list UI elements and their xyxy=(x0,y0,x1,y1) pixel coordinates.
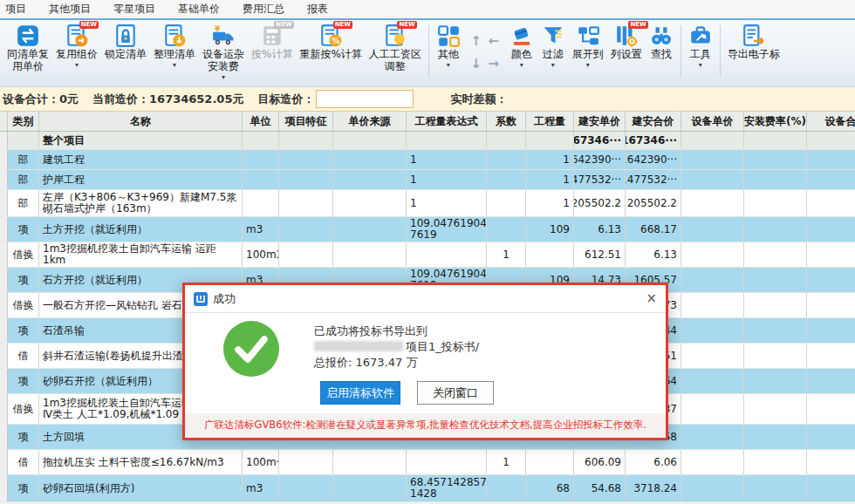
cell-name: 护岸工程 xyxy=(39,170,243,189)
menu-bar: 项目其他项目零星项目基础单价费用汇总报表 xyxy=(0,0,855,20)
table-row-6[interactable]: 借换1m3挖掘机挖装土自卸汽车运输 运距1km100m31612.516.13 xyxy=(0,242,855,268)
column-header-unit[interactable]: 单位 xyxy=(243,112,279,131)
dialog-message-block: 已成功将投标书导出到 项目1_投标书/ 总报价: 1673.47 万 xyxy=(314,324,666,371)
column-header-total_price[interactable]: 建安合价 xyxy=(626,112,681,131)
cell-expr xyxy=(407,242,487,267)
cell-install_rate xyxy=(744,318,807,343)
tool-same-list-reuse[interactable]: 同清单复 用单价 xyxy=(7,24,49,73)
cell-indicator xyxy=(0,425,8,449)
cell-unit: m3 xyxy=(243,217,279,242)
cell-expr: 109.04761904 7619 xyxy=(407,217,487,242)
cell-qty: 1 xyxy=(526,150,574,169)
dialog-titlebar: 成功 × xyxy=(185,285,666,313)
tool-export-ebid[interactable]: 导出电子标 xyxy=(728,24,780,61)
tool-recalc-percent[interactable]: %NEW重新按%计算 xyxy=(299,24,361,61)
tool-labor-wage-adjust[interactable]: NEW人工工资区 调整 xyxy=(369,24,421,73)
menu-item-1[interactable]: 项目 xyxy=(5,2,26,17)
cell-device_price xyxy=(681,475,744,501)
cell-indicator xyxy=(0,170,8,189)
column-header-name[interactable]: 名称 xyxy=(39,112,243,131)
cell-install_rate xyxy=(744,132,807,149)
cell-source xyxy=(333,217,407,242)
cell-category: 部 xyxy=(8,150,39,169)
column-header-install_rate[interactable]: 安装费率(%) xyxy=(744,112,807,131)
cell-unit: m3 xyxy=(243,475,279,501)
column-header-source[interactable]: 单价来源 xyxy=(333,112,407,131)
cell-category xyxy=(8,132,39,149)
cell-install_rate xyxy=(744,217,807,242)
tool-expand-to[interactable]: 展开到▾ xyxy=(572,24,604,69)
dialog-message-line1: 已成功将投标书导出到 xyxy=(314,324,666,339)
table-row-2[interactable]: 部建筑工程111642390···1642390··· xyxy=(0,150,855,170)
menu-item-4[interactable]: 基础单价 xyxy=(178,2,220,17)
menu-item-2[interactable]: 其他项目 xyxy=(49,2,91,17)
cell-device_total xyxy=(807,170,855,189)
column-header-device_total[interactable]: 设备合价 xyxy=(807,112,855,131)
table-row-15[interactable]: 项砂卵石回填(利用方)m368.457142857 14286854.68371… xyxy=(0,475,855,502)
tool-nav-arrows[interactable]: ↑←↓→ xyxy=(468,31,503,76)
column-header-coef[interactable]: 系数 xyxy=(487,112,526,131)
cell-device_price xyxy=(681,268,744,292)
nav-arrow-icon[interactable]: ← xyxy=(489,34,500,49)
table-row-1[interactable]: 整个项目167346···167346··· xyxy=(0,132,855,150)
tool-reuse-group-price[interactable]: NEW复用组价▾ xyxy=(56,24,98,69)
table-row-3[interactable]: 部护岸工程111477532···1477532··· xyxy=(0,170,855,190)
tool-other-grid[interactable]: 其他▾ xyxy=(436,24,461,69)
tool-percent-calc[interactable]: NEW按%计算 xyxy=(251,24,292,61)
tool-tidy-list[interactable]: 整理清单▾ xyxy=(154,24,195,69)
cell-unit_price: 606.09 xyxy=(574,450,626,474)
column-header-device_price[interactable]: 设备单价 xyxy=(681,112,744,131)
cell-device_total xyxy=(807,268,855,292)
menu-item-3[interactable]: 零星项目 xyxy=(113,2,155,17)
tool-equipment-fee[interactable]: ¥设备运杂 安装费▾ xyxy=(202,24,244,81)
cell-indicator xyxy=(0,190,8,216)
tool-filter-funnel[interactable]: 过滤▾ xyxy=(541,24,565,69)
cell-unit xyxy=(243,190,279,216)
cell-source xyxy=(333,150,407,169)
tool-column-settings[interactable]: NEW列设置 xyxy=(611,24,642,61)
cell-total_price: 6.13 xyxy=(626,242,681,267)
current-price-label: 当前造价： xyxy=(92,92,149,107)
column-header-indicator[interactable] xyxy=(0,112,8,131)
close-window-button[interactable]: 关闭窗口 xyxy=(417,381,494,405)
cell-category: 部 xyxy=(8,190,39,216)
tool-color-bucket[interactable]: 颜色▾ xyxy=(510,24,534,69)
cell-indicator xyxy=(0,293,8,317)
cell-device_total xyxy=(807,394,855,424)
tool-find-binoculars[interactable]: 查找 xyxy=(649,24,674,61)
cell-device_total xyxy=(807,344,855,368)
cell-category: 项 xyxy=(8,268,39,292)
target-price-input[interactable] xyxy=(316,90,414,108)
cell-name: 砂卵石回填(利用方) xyxy=(39,475,243,501)
cell-total_price: 1477532··· xyxy=(626,170,681,189)
table-row-4[interactable]: 部左岸（K3+806～K3+969）新建M7.5浆砌石墙式护岸（163m）112… xyxy=(0,190,855,217)
table-row-5[interactable]: 项土方开挖（就近利用）m3109.04761904 76191096.13668… xyxy=(0,217,855,242)
other-grid-icon xyxy=(436,24,461,48)
cell-category: 借换 xyxy=(8,242,39,267)
column-header-feature[interactable]: 项目特征 xyxy=(279,112,333,131)
cell-device_total xyxy=(807,293,855,317)
table-row-14[interactable]: 借拖拉机压实 土料干密度≤16.67kN/m3100m···1606.096.0… xyxy=(0,450,855,475)
total-bid-price: 总报价: 1673.47 万 xyxy=(314,355,666,371)
menu-item-5[interactable]: 费用汇总 xyxy=(243,2,284,17)
dialog-message-line2: 项目1_投标书/ xyxy=(314,339,666,355)
column-header-unit_price[interactable]: 建安单价 xyxy=(574,112,626,131)
column-header-expr[interactable]: 工程量表达式 xyxy=(407,112,487,131)
enable-qingbiao-button[interactable]: 启用清标软件 xyxy=(320,381,400,405)
cell-device_price xyxy=(681,344,744,368)
cell-install_rate xyxy=(744,394,807,424)
tidy-list-icon xyxy=(162,24,187,48)
menu-item-6[interactable]: 报表 xyxy=(307,2,328,17)
cell-unit_price: 1477532··· xyxy=(574,170,626,189)
nav-arrow-icon[interactable]: ↓ xyxy=(471,57,482,72)
tool-lock-list[interactable]: 锁定清单 xyxy=(105,24,147,61)
tool-tools[interactable]: 工具▾ xyxy=(688,24,713,69)
cell-category: 借 xyxy=(8,344,39,368)
cell-total_price: 1642390··· xyxy=(626,150,681,169)
nav-arrow-icon[interactable]: ↑ xyxy=(471,34,482,49)
column-header-qty[interactable]: 工程量 xyxy=(526,112,574,131)
column-header-category[interactable]: 类别 xyxy=(8,112,39,131)
nav-arrow-icon[interactable]: → xyxy=(489,57,500,72)
chevron-down-icon: ▾ xyxy=(222,74,225,81)
close-icon[interactable]: × xyxy=(646,292,657,305)
